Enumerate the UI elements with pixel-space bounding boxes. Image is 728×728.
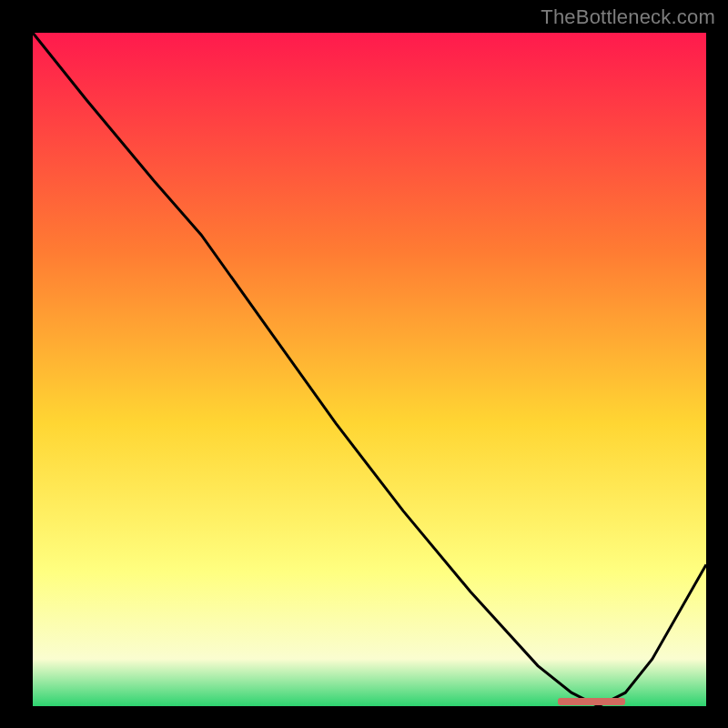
attribution-watermark: TheBottleneck.com xyxy=(541,5,715,29)
plot-area xyxy=(33,33,706,706)
minimum-marker xyxy=(558,698,625,705)
plot-svg xyxy=(33,33,706,706)
gradient-background xyxy=(33,33,706,706)
chart-root: TheBottleneck.com xyxy=(0,0,728,728)
